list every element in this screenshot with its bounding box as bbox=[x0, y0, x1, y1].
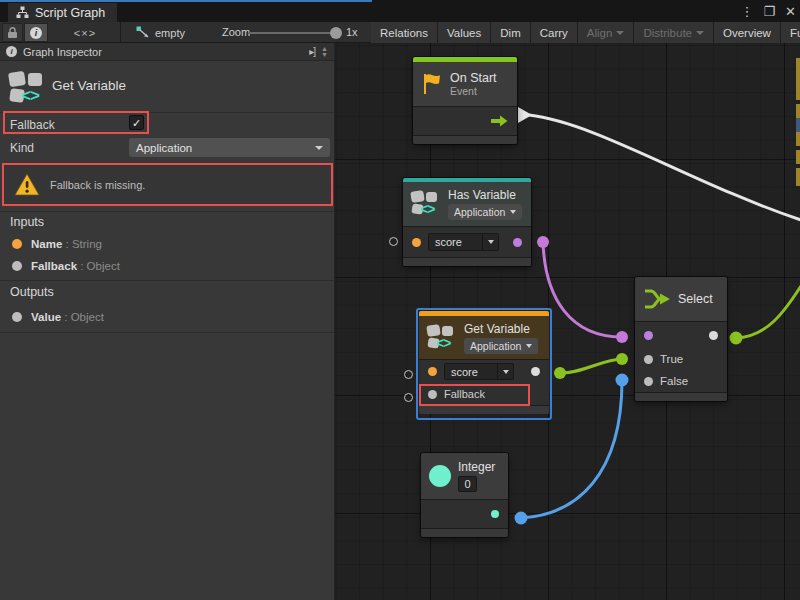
name-in-port[interactable] bbox=[412, 238, 421, 247]
int-out-port[interactable] bbox=[491, 510, 499, 518]
clipped-node-edge bbox=[796, 104, 800, 118]
name-in-port[interactable] bbox=[428, 367, 437, 376]
wire-endpoint bbox=[554, 367, 566, 379]
get-variable-node[interactable]: <> Get Variable Application score bbox=[419, 311, 549, 414]
inspector-toggle-button[interactable]: i bbox=[24, 23, 48, 42]
clipped-node-edge bbox=[796, 150, 800, 164]
variable-picker[interactable] bbox=[497, 364, 513, 379]
object-port-dot bbox=[12, 261, 22, 271]
menu-icon[interactable]: ⋮ bbox=[740, 4, 753, 19]
unconnected-port-indicator bbox=[389, 237, 398, 246]
dock-icon[interactable]: ▸] bbox=[309, 46, 315, 57]
false-in-port[interactable] bbox=[644, 377, 653, 386]
maximize-icon[interactable]: ❐ bbox=[763, 4, 775, 19]
chevron-down-icon bbox=[526, 344, 532, 348]
inspector-header[interactable]: i Graph Inspector ▸] ▲ ▼ bbox=[0, 43, 334, 61]
kind-label: Kind bbox=[10, 141, 34, 155]
condition-in-port[interactable] bbox=[644, 331, 653, 340]
kind-dropdown[interactable]: Application bbox=[448, 204, 522, 220]
node-subtitle: Event bbox=[450, 85, 497, 97]
graph-canvas[interactable]: On Start Event <> Has Varia bbox=[335, 43, 800, 600]
code-preview-button[interactable]: <×> bbox=[62, 23, 108, 42]
warning-icon bbox=[14, 173, 40, 197]
graph-icon bbox=[16, 6, 29, 19]
clipped-node-edge bbox=[796, 118, 800, 132]
wire-control[interactable] bbox=[529, 115, 800, 220]
wire-bool[interactable] bbox=[543, 242, 622, 337]
select-node[interactable]: Select True False bbox=[635, 277, 727, 401]
integer-value-field[interactable]: 0 bbox=[458, 476, 477, 492]
variable-icon: <> bbox=[8, 70, 48, 106]
tab-script-graph[interactable]: Script Graph bbox=[8, 3, 117, 22]
scroll-down-icon[interactable]: ▼ bbox=[321, 52, 328, 58]
flag-icon bbox=[421, 72, 443, 96]
full-screen-button[interactable]: Full Screen bbox=[781, 22, 800, 43]
kind-value: Application bbox=[136, 142, 192, 154]
lock-button[interactable] bbox=[2, 23, 23, 42]
zoom-value: 1x bbox=[346, 26, 358, 38]
wire-endpoint bbox=[616, 353, 628, 365]
close-icon[interactable]: ✕ bbox=[785, 4, 796, 19]
graph-pointer-icon bbox=[136, 26, 150, 39]
fallback-in-port[interactable] bbox=[428, 390, 437, 399]
true-in-port[interactable] bbox=[644, 355, 653, 364]
inspected-node-title: Get Variable bbox=[52, 78, 126, 93]
wire-control-arrow bbox=[518, 107, 532, 123]
graph-toolbar: i <×> empty Zoom 1x Relations Values Dim… bbox=[0, 22, 800, 43]
align-button: Align bbox=[578, 22, 634, 43]
flow-out-port[interactable] bbox=[491, 115, 508, 127]
chevron-down-icon bbox=[616, 31, 624, 35]
value-out-port[interactable] bbox=[531, 367, 540, 376]
node-title: Integer bbox=[458, 460, 495, 474]
result-out-port[interactable] bbox=[709, 331, 718, 340]
wire-layer bbox=[335, 43, 800, 600]
relations-button[interactable]: Relations bbox=[371, 22, 437, 43]
has-variable-node[interactable]: <> Has Variable Application score bbox=[403, 178, 531, 266]
outputs-header: Outputs bbox=[10, 285, 54, 299]
zoom-slider[interactable] bbox=[248, 32, 336, 34]
zoom-slider-handle[interactable] bbox=[330, 27, 342, 39]
variable-name-field[interactable]: score bbox=[428, 233, 499, 251]
fallback-port-label: Fallback bbox=[444, 388, 485, 400]
on-start-node[interactable]: On Start Event bbox=[413, 57, 517, 144]
input-row-fallback: Fallback : Object bbox=[12, 260, 120, 272]
node-title: On Start bbox=[450, 71, 497, 85]
clipped-node-edge bbox=[796, 58, 800, 100]
values-button[interactable]: Values bbox=[438, 22, 490, 43]
integer-node[interactable]: Integer 0 bbox=[421, 453, 508, 537]
object-port-dot bbox=[12, 312, 22, 322]
dim-button[interactable]: Dim bbox=[491, 22, 529, 43]
get-variable-selection: <> Get Variable Application score bbox=[416, 308, 552, 420]
graph-pointer: empty bbox=[136, 23, 185, 42]
wire-endpoint bbox=[616, 331, 628, 343]
inspector-title: Graph Inspector bbox=[23, 46, 102, 58]
kind-dropdown[interactable]: Application bbox=[129, 138, 330, 157]
input-row-name: Name : String bbox=[12, 238, 102, 250]
chevron-down-icon bbox=[510, 210, 516, 214]
lock-icon bbox=[7, 27, 18, 39]
variable-picker[interactable] bbox=[482, 234, 498, 250]
variable-icon: <> bbox=[427, 324, 457, 352]
wire-select-out[interactable] bbox=[736, 286, 800, 338]
bool-out-port[interactable] bbox=[513, 238, 522, 247]
graph-inspector-panel: i Graph Inspector ▸] ▲ ▼ <> Get Variable… bbox=[0, 43, 335, 600]
kind-dropdown[interactable]: Application bbox=[464, 338, 538, 354]
window-titlebar: Script Graph ⋮ ❐ ✕ bbox=[0, 0, 800, 22]
variable-name-field[interactable]: score bbox=[444, 363, 514, 380]
integer-icon bbox=[429, 465, 451, 487]
inputs-header: Inputs bbox=[10, 215, 44, 229]
clipped-node-edge bbox=[796, 168, 800, 186]
info-icon: i bbox=[30, 27, 42, 39]
overview-button[interactable]: Overview bbox=[714, 22, 780, 43]
wire-endpoint bbox=[730, 332, 743, 345]
output-row-value: Value : Object bbox=[12, 311, 104, 323]
distribute-button: Distribute bbox=[634, 22, 713, 43]
fallback-checkbox[interactable]: ✓ bbox=[129, 115, 144, 130]
clipped-node-edge bbox=[796, 132, 800, 146]
chevron-down-icon bbox=[503, 370, 509, 374]
focus-indicator bbox=[0, 0, 372, 2]
wire-value[interactable] bbox=[560, 359, 622, 373]
chevron-down-icon bbox=[696, 31, 704, 35]
carry-button[interactable]: Carry bbox=[531, 22, 577, 43]
node-title: Get Variable bbox=[464, 322, 538, 336]
